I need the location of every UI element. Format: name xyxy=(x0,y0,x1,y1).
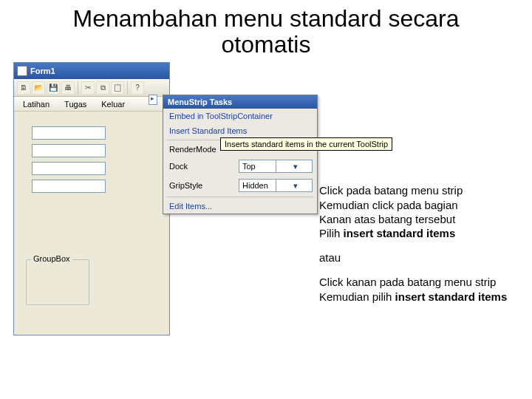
window-title: Form1 xyxy=(30,66,55,75)
textbox[interactable] xyxy=(32,162,106,175)
menustrip-tasks-panel: MenuStrip Tasks Embed in ToolStripContai… xyxy=(163,95,318,214)
instructions: Click pada batang menu strip Kemudian cl… xyxy=(319,183,526,303)
app-icon xyxy=(17,66,27,76)
form1-window: Form1 🗎 📂 💾 🖶 ✂ ⧉ 📋 ? Latihan Tugas Kelu… xyxy=(13,62,170,335)
menu-item-keluar[interactable]: Keluar xyxy=(94,98,132,110)
menustrip[interactable]: Latihan Tugas Keluar xyxy=(14,97,169,112)
stage: Form1 🗎 📂 💾 🖶 ✂ ⧉ 📋 ? Latihan Tugas Kelu… xyxy=(0,62,532,399)
dock-value: Top xyxy=(239,162,276,171)
textbox[interactable] xyxy=(32,180,106,193)
dock-combo[interactable]: Top ▾ xyxy=(239,160,313,173)
insert-standard-items-link[interactable]: Insert Standard Items xyxy=(169,126,247,135)
instr-line: Click kanan pada batang menu strip xyxy=(319,275,526,289)
smart-tag-glyph[interactable] xyxy=(149,95,157,105)
instr-line: Pilih insert standard items xyxy=(319,226,526,240)
textbox[interactable] xyxy=(32,126,106,140)
help-icon[interactable]: ? xyxy=(131,81,144,95)
groupbox: GroupBox xyxy=(26,259,89,305)
embed-link[interactable]: Embed in ToolStripContainer xyxy=(169,112,273,120)
separator xyxy=(166,197,314,197)
instr-line: Kemudian pilih insert standard items xyxy=(319,290,526,304)
rendermode-label: RenderMode xyxy=(169,145,216,154)
tooltip: Inserts standard items in the current To… xyxy=(220,137,392,151)
new-icon[interactable]: 🗎 xyxy=(17,81,30,95)
cut-icon[interactable]: ✂ xyxy=(81,81,95,95)
titlebar: Form1 xyxy=(14,63,169,79)
toolbar-separator xyxy=(127,81,128,95)
chevron-down-icon[interactable]: ▾ xyxy=(276,180,313,191)
dock-label: Dock xyxy=(169,162,188,171)
instr-line: Click pada batang menu strip xyxy=(319,183,526,197)
toolbar-separator xyxy=(78,81,78,95)
form-client-area: GroupBox xyxy=(14,112,169,335)
toolbar: 🗎 📂 💾 🖶 ✂ ⧉ 📋 ? xyxy=(14,79,169,97)
textbox[interactable] xyxy=(32,144,106,157)
gripstyle-label: GripStyle xyxy=(169,181,202,190)
copy-icon[interactable]: ⧉ xyxy=(96,81,109,95)
edit-items-link[interactable]: Edit Items... xyxy=(169,202,212,211)
instr-line: atau xyxy=(319,250,526,265)
groupbox-label: GroupBox xyxy=(31,254,72,263)
open-icon[interactable]: 📂 xyxy=(32,81,45,95)
chevron-down-icon[interactable]: ▾ xyxy=(276,160,313,172)
gripstyle-value: Hidden xyxy=(239,181,276,190)
menu-item-tugas[interactable]: Tugas xyxy=(57,98,94,110)
paste-icon[interactable]: 📋 xyxy=(111,81,124,95)
slide-title: Menambahan menu standard secara otomatis xyxy=(0,0,532,62)
tasks-header: MenuStrip Tasks xyxy=(163,95,317,109)
gripstyle-combo[interactable]: Hidden ▾ xyxy=(239,179,313,192)
instr-line: Kanan atas batang tersebut xyxy=(319,212,526,226)
menu-item-latihan[interactable]: Latihan xyxy=(16,98,57,110)
print-icon[interactable]: 🖶 xyxy=(61,81,75,95)
instr-line: Kemudian click pada bagian xyxy=(319,198,526,212)
save-icon[interactable]: 💾 xyxy=(47,81,60,95)
